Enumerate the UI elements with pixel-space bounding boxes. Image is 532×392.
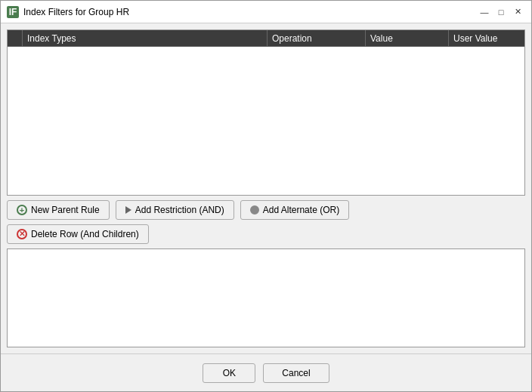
plus-circle-icon: +	[17, 205, 27, 215]
circle-icon	[250, 205, 259, 215]
window-icon: IF	[7, 6, 19, 18]
close-button[interactable]: ✕	[510, 5, 525, 20]
cancel-button[interactable]: Cancel	[263, 363, 329, 383]
col-header-check	[8, 30, 23, 46]
title-bar-left: IF Index Filters for Group HR	[7, 6, 129, 18]
add-restriction-button[interactable]: Add Restriction (AND)	[116, 200, 234, 220]
main-content: Index Types Operation Value User Value +…	[1, 23, 531, 353]
col-header-index-types: Index Types	[23, 30, 268, 46]
minimize-button[interactable]: —	[477, 5, 492, 20]
main-window: IF Index Filters for Group HR — □ ✕ Inde…	[0, 0, 532, 392]
title-bar-controls: — □ ✕	[477, 5, 525, 20]
lower-panel	[7, 248, 525, 347]
col-header-user-value: User Value	[449, 30, 524, 46]
action-buttons-row1: + New Parent Rule Add Restriction (AND) …	[7, 200, 525, 220]
grid-header: Index Types Operation Value User Value	[8, 30, 524, 47]
title-bar: IF Index Filters for Group HR — □ ✕	[1, 1, 531, 23]
maximize-button[interactable]: □	[493, 5, 509, 20]
grid-body[interactable]	[8, 47, 524, 195]
window-title: Index Filters for Group HR	[23, 7, 129, 17]
new-parent-rule-button[interactable]: + New Parent Rule	[7, 200, 110, 220]
delete-row-button[interactable]: ✕ Delete Row (And Children)	[7, 224, 149, 244]
index-filters-grid: Index Types Operation Value User Value	[7, 29, 525, 196]
play-icon	[125, 206, 131, 214]
x-circle-icon: ✕	[17, 229, 27, 239]
ok-button[interactable]: OK	[203, 363, 255, 383]
add-alternate-button[interactable]: Add Alternate (OR)	[240, 200, 349, 220]
col-header-value: Value	[366, 30, 449, 46]
action-buttons-row2: ✕ Delete Row (And Children)	[7, 224, 525, 244]
footer: OK Cancel	[1, 353, 531, 391]
col-header-operation: Operation	[268, 30, 366, 46]
